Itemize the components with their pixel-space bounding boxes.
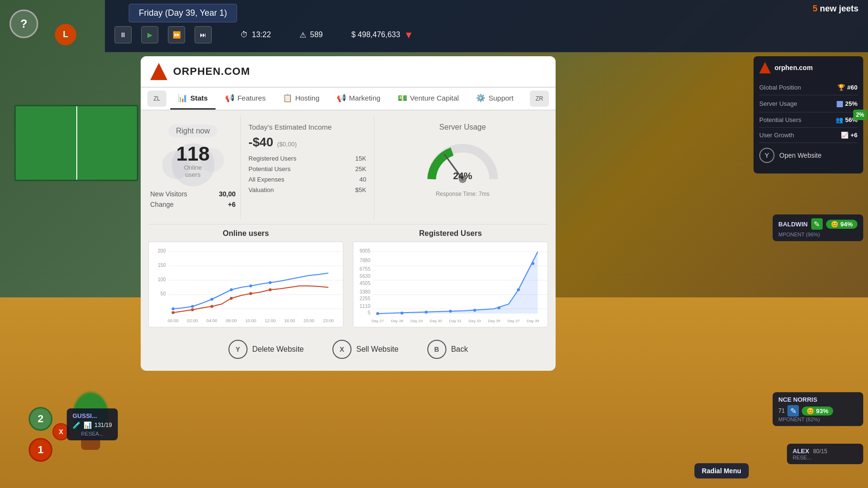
marketing-tab-label: Marketing xyxy=(349,94,381,102)
svg-marker-46 xyxy=(378,252,538,314)
nav-right-button[interactable]: ZR xyxy=(530,91,549,107)
nav-left-button[interactable]: ZL xyxy=(147,91,166,107)
grid-icon: ▦ xyxy=(836,99,843,108)
tab-features[interactable]: 📢 Features xyxy=(217,88,273,110)
tab-support[interactable]: ⚙️ Support xyxy=(468,88,521,110)
all-expenses-row: All Expenses 40 xyxy=(248,174,366,185)
registered-users-chart: Registered Users 9005 7880 6755 5630 450… xyxy=(353,229,548,327)
server-gauge: 24% xyxy=(424,141,501,184)
user-growth-row: User Growth 📈 +6 xyxy=(759,128,858,143)
svg-point-47 xyxy=(376,312,379,315)
server-usage-panel-row: Server Usage ▦ 25% xyxy=(759,95,858,112)
server-title: Server Usage xyxy=(439,123,486,132)
svg-point-21 xyxy=(249,292,252,295)
svg-text:12:00: 12:00 xyxy=(265,318,276,323)
svg-point-17 xyxy=(172,311,175,314)
svg-text:50: 50 xyxy=(160,291,166,296)
trophy-icon: 🏆 xyxy=(837,84,845,91)
baldwin-edit-button[interactable]: ✎ xyxy=(811,218,823,230)
valuation-row: Valuation $5K xyxy=(248,185,366,195)
pause-icon: ⏸ xyxy=(120,31,126,39)
tab-marketing[interactable]: 📢 Marketing xyxy=(329,88,388,110)
gussie-stats: 🧪 📊 131/19 xyxy=(72,421,112,429)
norris-component: MPONENT (82%) xyxy=(778,417,858,422)
gauge-percent: 24% xyxy=(453,171,472,182)
open-website-btn-circle: Y xyxy=(759,148,775,163)
back-button[interactable]: B Back xyxy=(427,340,468,359)
new-jeets-notification[interactable]: 5 new jeets xyxy=(813,4,858,14)
svg-text:100: 100 xyxy=(158,277,166,282)
sell-btn-circle: X xyxy=(332,340,351,359)
open-website-button[interactable]: Y Open Website xyxy=(759,143,858,168)
svg-point-48 xyxy=(401,312,403,315)
venture-tab-label: Venture Capital xyxy=(410,94,459,102)
alert-display: ⚠ 589 xyxy=(300,30,323,40)
charts-section: Online users 200 150 100 50 xyxy=(141,224,556,332)
sell-website-button[interactable]: X Sell Website xyxy=(332,340,399,359)
panel-title: orphen.com xyxy=(775,64,813,71)
norris-mood-icon: 😊 xyxy=(806,407,814,415)
play-button[interactable]: ▶ xyxy=(141,26,158,43)
back-label: Back xyxy=(451,345,468,354)
svg-point-16 xyxy=(269,281,271,284)
gussie-progress: 131/19 xyxy=(94,422,112,428)
server-usage-panel-value: ▦ 25% xyxy=(836,99,858,108)
svg-point-11 xyxy=(172,307,175,310)
hosting-tab-label: Hosting xyxy=(295,94,320,102)
stats-tab-label: Stats xyxy=(190,94,208,102)
registered-chart-svg: 9005 7880 6755 5630 4505 3380 2255 1110 … xyxy=(353,242,548,327)
svg-point-20 xyxy=(230,297,233,300)
norris-stats: 71 xyxy=(778,407,785,414)
tab-venture-capital[interactable]: 💵 Venture Capital xyxy=(390,88,467,110)
online-chart-svg: 200 150 100 50 xyxy=(149,242,343,327)
radial-menu-label: Radial Menu xyxy=(702,467,741,475)
svg-text:7880: 7880 xyxy=(360,258,371,263)
potential-users-row: Potential Users 25K xyxy=(248,164,366,174)
registered-chart-title: Registered Users xyxy=(353,229,548,238)
delete-website-button[interactable]: Y Delete Website xyxy=(228,340,304,359)
global-position-label: Global Position xyxy=(759,84,801,91)
panel-header: orphen.com xyxy=(759,62,858,73)
new-visitors-label: New Visitors xyxy=(150,190,187,198)
delete-website-label: Delete Website xyxy=(252,345,304,354)
svg-text:150: 150 xyxy=(158,263,166,268)
features-tab-icon: 📢 xyxy=(225,93,235,102)
open-website-label: Open Website xyxy=(779,152,821,159)
alex-role: RESE... xyxy=(793,455,858,460)
svg-point-53 xyxy=(517,288,520,291)
tab-stats[interactable]: 📊 Stats xyxy=(170,88,216,110)
website-info-panel: orphen.com Global Position 🏆 #60 Server … xyxy=(754,56,863,173)
fast-forward-button[interactable]: ⏩ xyxy=(168,26,185,43)
open-website-btn-label: Y xyxy=(765,152,769,159)
valuation-value: $5K xyxy=(355,186,366,193)
new-visitors-row: New Visitors 30,00 xyxy=(150,190,236,198)
income-section: Today's Estimated Income -$40 ($0,00) Re… xyxy=(241,115,374,219)
svg-text:Day 39: Day 39 xyxy=(527,319,539,323)
website-stats-modal: ORPHEN.COM ZL 📊 Stats 📢 Features 📋 Hosti… xyxy=(141,56,556,371)
modal-title: ORPHEN.COM xyxy=(173,65,250,78)
skip-button[interactable]: ⏭ xyxy=(195,26,212,43)
right-now-label: Right now xyxy=(168,125,217,137)
svg-text:10:00: 10:00 xyxy=(245,318,256,323)
registered-users-value: 15K xyxy=(355,155,366,162)
registered-users-row: Registered Users 15K xyxy=(248,153,366,164)
help-button[interactable]: ? xyxy=(10,10,38,38)
player-avatar[interactable]: L xyxy=(55,24,76,45)
play-icon: ▶ xyxy=(147,31,153,39)
radial-menu-button[interactable]: Radial Menu xyxy=(694,463,749,478)
modal-logo-icon xyxy=(150,63,167,80)
badge-1-number: 1 xyxy=(29,438,52,462)
svg-text:Day 37: Day 37 xyxy=(507,319,520,323)
svg-text:02:00: 02:00 xyxy=(187,318,198,323)
online-label: Online users xyxy=(176,164,209,178)
svg-point-52 xyxy=(497,306,500,309)
valuation-label: Valuation xyxy=(248,186,274,193)
norris-edit-button[interactable]: ✎ xyxy=(787,405,799,417)
bar-chart-icon: 📊 xyxy=(83,421,92,429)
tab-hosting[interactable]: 📋 Hosting xyxy=(275,88,327,110)
pause-button[interactable]: ⏸ xyxy=(114,26,132,43)
day-text: Friday (Day 39, Year 1) xyxy=(139,8,227,18)
online-users-chart: Online users 200 150 100 50 xyxy=(148,229,343,327)
norris-employee-panel: NCE NORRIS 71 ✎ 😊 93% MPONENT (82%) xyxy=(773,392,863,426)
baldwin-employee-panel: BALDWIN ✎ 😊 94% MPONENT (96%) xyxy=(773,214,863,241)
